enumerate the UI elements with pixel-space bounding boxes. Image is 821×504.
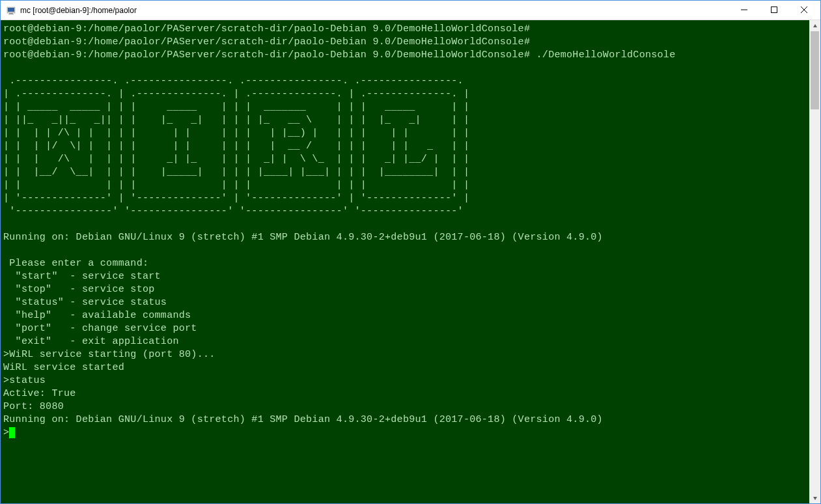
session-line: >status <box>3 375 46 386</box>
ascii-art-line: '----------------' '----------------' '-… <box>3 206 464 217</box>
menu-line: Please enter a command: <box>3 258 148 269</box>
app-window: mc [root@debian-9]:/home/paolor root@deb… <box>0 0 821 504</box>
scrollbar-down-arrow[interactable] <box>809 492 820 503</box>
scrollbar-track[interactable] <box>809 31 820 492</box>
svg-rect-1 <box>8 8 14 12</box>
prompt-char: > <box>3 427 9 438</box>
session-line: Active: True <box>3 388 76 399</box>
ascii-art-line: | | |__/ \__| | | | |_____| | | | |____|… <box>3 167 469 178</box>
terminal-area: root@debian-9:/home/paolor/PAServer/scra… <box>1 20 820 503</box>
svg-marker-8 <box>813 24 817 27</box>
titlebar[interactable]: mc [root@debian-9]:/home/paolor <box>1 1 820 20</box>
terminal[interactable]: root@debian-9:/home/paolor/PAServer/scra… <box>1 20 809 503</box>
menu-line: "exit" - exit application <box>3 336 179 347</box>
prompt-line: root@debian-9:/home/paolor/PAServer/scra… <box>3 23 530 35</box>
ascii-art-line: | | | /\ | | | | _| |_ | | | _| | \ \_ |… <box>3 154 469 165</box>
scrollbar[interactable] <box>809 20 820 503</box>
window-controls <box>729 1 819 20</box>
svg-rect-3 <box>8 14 14 14</box>
menu-line: "help" - available commands <box>3 310 191 321</box>
session-line: WiRL service started <box>3 362 124 373</box>
ascii-art-line: | ||_ _||_ _|| | | |_ _| | | | |_ __ \ |… <box>3 115 469 126</box>
menu-line: "port" - change service port <box>3 323 197 334</box>
scrollbar-up-arrow[interactable] <box>809 20 820 31</box>
session-line: Running on: Debian GNU/Linux 9 (stretch)… <box>3 414 603 425</box>
menu-line: "status" - service status <box>3 297 167 308</box>
ascii-art-line: | .--------------. | .--------------. | … <box>3 89 469 100</box>
ascii-art-line: | | _____ _____ | | | _____ | | | ______… <box>3 102 469 113</box>
ascii-art-line: | '--------------' | '--------------' | … <box>3 193 469 204</box>
session-line: Port: 8080 <box>3 401 64 412</box>
close-button[interactable] <box>789 1 819 19</box>
window-title: mc [root@debian-9]:/home/paolor <box>20 6 729 15</box>
app-icon <box>6 5 16 16</box>
svg-marker-9 <box>813 497 817 500</box>
ascii-art-line: .----------------. .----------------. .-… <box>3 76 464 87</box>
cursor <box>9 427 15 438</box>
prompt-line: root@debian-9:/home/paolor/PAServer/scra… <box>3 36 530 48</box>
svg-rect-5 <box>772 7 777 13</box>
menu-line: "start" - service start <box>3 271 161 282</box>
menu-line: "stop" - service stop <box>3 284 155 295</box>
running-on-line: Running on: Debian GNU/Linux 9 (stretch)… <box>3 232 603 243</box>
maximize-button[interactable] <box>759 1 789 19</box>
scrollbar-thumb[interactable] <box>811 31 819 109</box>
session-line: >WiRL service starting (port 80)... <box>3 349 216 360</box>
prompt-line: root@debian-9:/home/paolor/PAServer/scra… <box>3 49 675 61</box>
minimize-button[interactable] <box>729 1 759 19</box>
ascii-art-line: | | | | | | | | | | | | | <box>3 180 469 191</box>
svg-rect-2 <box>9 13 13 14</box>
ascii-art-line: | | | |/ \| | | | | | | | | | | __ / | |… <box>3 141 469 152</box>
ascii-art-line: | | | | /\ | | | | | | | | | | | |__) | … <box>3 128 469 139</box>
